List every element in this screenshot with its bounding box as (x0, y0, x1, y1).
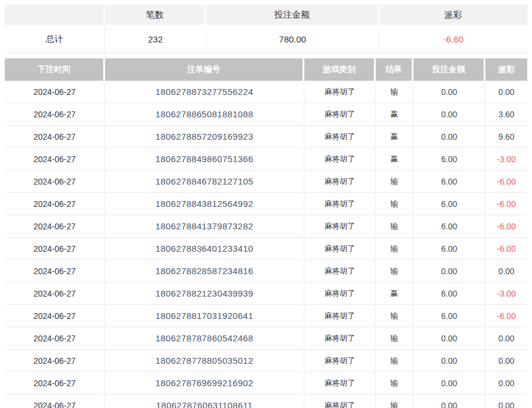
table-row: 2024-06-27 1806278778805035012 麻将胡了 输 0.… (5, 350, 527, 372)
table-row: 2024-06-27 1806278760631108611 麻将胡了 输 0.… (5, 394, 527, 408)
payout-cell: -6.00 (485, 193, 527, 215)
bet-id-cell: 1806278843812564992 (105, 193, 304, 215)
table-row: 2024-06-27 1806278841379873282 麻将胡了 输 6.… (5, 215, 527, 238)
table-row: 2024-06-27 1806278846782127105 麻将胡了 输 6.… (5, 170, 527, 193)
payout-cell: 0.00 (485, 327, 527, 349)
result-cell: 赢 (376, 282, 413, 304)
bet-amount-cell: 6.00 (413, 305, 485, 327)
summary-payout-value: -6.60 (379, 26, 527, 52)
game-type-cell: 麻将胡了 (304, 81, 376, 103)
bet-time-cell: 2024-06-27 (5, 215, 105, 237)
result-cell: 输 (376, 238, 413, 259)
bet-id-cell: 1806278778805035012 (105, 350, 304, 371)
bet-id-cell: 1806278841379873282 (105, 215, 304, 237)
table-row: 2024-06-27 1806278817031920641 麻将胡了 输 6.… (5, 305, 527, 327)
table-row: 2024-06-27 1806278873277556224 麻将胡了 输 0.… (5, 81, 527, 103)
bet-time-cell: 2024-06-27 (5, 81, 105, 103)
bet-time-cell: 2024-06-27 (5, 193, 105, 215)
result-cell: 输 (376, 305, 413, 327)
header-bet-time: 下注时间 (5, 58, 105, 81)
result-cell: 赢 (376, 148, 413, 170)
bet-amount-cell: 0.00 (413, 103, 485, 125)
game-type-cell: 麻将胡了 (304, 372, 376, 394)
bet-id-cell: 1806278817031920641 (105, 305, 304, 327)
table-row: 2024-06-27 1806278849860751366 麻将胡了 赢 6.… (5, 148, 527, 170)
bet-time-cell: 2024-06-27 (5, 148, 105, 170)
header-result: 结果 (376, 58, 413, 81)
result-cell: 赢 (376, 103, 413, 125)
betting-records-page: 笔数 投注金额 派彩 总计 232 780.00 -6.60 下注时间 注单编号… (0, 0, 532, 408)
game-type-cell: 麻将胡了 (304, 282, 376, 304)
result-cell: 输 (376, 394, 413, 408)
bet-amount-cell: 6.00 (413, 193, 485, 215)
bet-id-cell: 1806278873277556224 (105, 81, 304, 103)
bet-time-cell: 2024-06-27 (5, 372, 105, 394)
bet-time-cell: 2024-06-27 (5, 327, 105, 349)
bet-id-cell: 1806278846782127105 (105, 170, 304, 192)
bet-id-cell: 1806278836401233410 (105, 238, 304, 259)
bet-amount-cell: 0.00 (413, 260, 485, 282)
bet-time-cell: 2024-06-27 (5, 103, 105, 125)
summary-header-spacer (5, 5, 105, 25)
bet-amount-cell: 6.00 (413, 238, 485, 259)
bet-time-cell: 2024-06-27 (5, 394, 105, 408)
game-type-cell: 麻将胡了 (304, 350, 376, 371)
result-cell: 输 (376, 193, 413, 215)
bet-id-cell: 1806278821230439939 (105, 282, 304, 304)
bet-id-cell: 1806278828587234816 (105, 260, 304, 282)
summary-header-payout: 派彩 (379, 5, 527, 25)
bet-id-cell: 1806278769699216902 (105, 372, 304, 394)
game-type-cell: 麻将胡了 (304, 126, 376, 147)
bet-time-cell: 2024-06-27 (5, 126, 105, 147)
bet-amount-cell: 6.00 (413, 282, 485, 304)
summary-total-row: 总计 232 780.00 -6.60 (5, 26, 527, 53)
bet-amount-cell: 6.00 (413, 215, 485, 237)
bet-amount-cell: 6.00 (413, 148, 485, 170)
table-row: 2024-06-27 1806278843812564992 麻将胡了 输 6.… (5, 193, 527, 215)
result-cell: 输 (376, 81, 413, 103)
bet-id-cell: 1806278865081881088 (105, 103, 304, 125)
summary-count-value: 232 (105, 26, 206, 52)
game-type-cell: 麻将胡了 (304, 103, 376, 125)
payout-cell: 0.00 (485, 394, 527, 408)
payout-cell: -6.00 (485, 238, 527, 259)
bet-amount-cell: 6.00 (413, 170, 485, 192)
bet-id-cell: 1806278849860751366 (105, 148, 304, 170)
game-type-cell: 麻将胡了 (304, 215, 376, 237)
bet-amount-cell: 0.00 (413, 126, 485, 147)
payout-cell: 0.00 (485, 81, 527, 103)
bet-time-cell: 2024-06-27 (5, 305, 105, 327)
header-payout: 派彩 (485, 58, 527, 81)
bet-time-cell: 2024-06-27 (5, 260, 105, 282)
result-cell: 输 (376, 327, 413, 349)
payout-cell: 0.00 (485, 350, 527, 371)
game-type-cell: 麻将胡了 (304, 394, 376, 408)
game-type-cell: 麻将胡了 (304, 305, 376, 327)
table-row: 2024-06-27 1806278836401233410 麻将胡了 输 6.… (5, 238, 527, 260)
game-type-cell: 麻将胡了 (304, 238, 376, 259)
bet-id-cell: 1806278857209169923 (105, 126, 304, 147)
table-row: 2024-06-27 1806278828587234816 麻将胡了 输 0.… (5, 260, 527, 282)
bet-time-cell: 2024-06-27 (5, 282, 105, 304)
game-type-cell: 麻将胡了 (304, 260, 376, 282)
header-bet-amount: 投注金额 (413, 58, 485, 81)
payout-cell: 3.60 (485, 103, 527, 125)
result-cell: 输 (376, 170, 413, 192)
table-row: 2024-06-27 1806278787860542468 麻将胡了 输 0.… (5, 327, 527, 350)
bet-id-cell: 1806278787860542468 (105, 327, 304, 349)
table-row: 2024-06-27 1806278769699216902 麻将胡了 输 0.… (5, 372, 527, 394)
table-row: 2024-06-27 1806278821230439939 麻将胡了 赢 6.… (5, 282, 527, 305)
payout-cell: -6.00 (485, 305, 527, 327)
payout-cell: 0.00 (485, 372, 527, 394)
result-cell: 输 (376, 350, 413, 371)
payout-cell: 0.00 (485, 260, 527, 282)
result-cell: 输 (376, 372, 413, 394)
result-cell: 输 (376, 215, 413, 237)
bet-table-header-row: 下注时间 注单编号 游戏类别 结果 投注金额 派彩 (5, 58, 527, 81)
summary-bet-amount-value: 780.00 (206, 26, 379, 52)
header-game-type: 游戏类别 (304, 58, 376, 81)
payout-cell: -6.00 (485, 215, 527, 237)
result-cell: 输 (376, 260, 413, 282)
payout-cell: 9.60 (485, 126, 527, 147)
game-type-cell: 麻将胡了 (304, 193, 376, 215)
